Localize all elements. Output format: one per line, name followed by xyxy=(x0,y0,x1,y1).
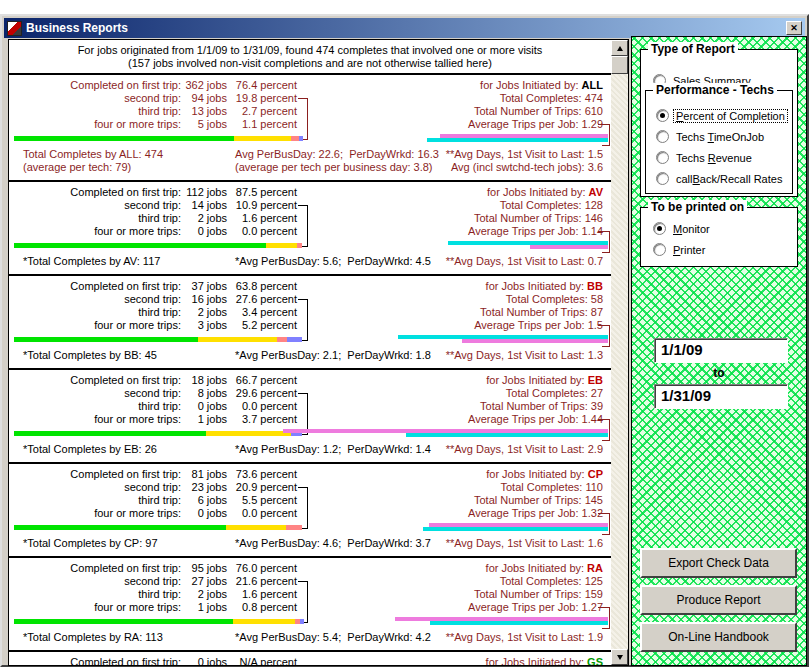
bar-first-trip xyxy=(14,525,226,530)
radio-techs-timeonjob[interactable]: Techs TimeOnJob xyxy=(656,130,766,143)
date-range-to-label: to xyxy=(632,366,806,380)
trip-row-percent: 10.9 percent xyxy=(227,199,297,212)
bar-third-trip xyxy=(297,243,302,248)
trip-row-label: Completed on first trip: xyxy=(9,562,181,575)
bar-second-trip xyxy=(198,337,277,342)
initiated-by-row: for Jobs Initiated by: ALL xyxy=(305,79,603,92)
arrow-down-icon xyxy=(617,655,623,663)
radio-percent-of-completion[interactable]: Percent of Completion xyxy=(656,109,787,122)
trip-row-jobs: 8 jobs xyxy=(181,387,227,400)
trip-row: second trip: 27 jobs 21.6 percent xyxy=(9,575,305,588)
summary-avg-per-tech-day: (average per tech per business day: 3.8) xyxy=(235,161,451,174)
tech-report-block: Completed on first trip: 18 jobs 66.7 pe… xyxy=(9,368,611,462)
bar-third-trip xyxy=(291,136,299,141)
scroll-down-button[interactable] xyxy=(611,649,628,665)
export-check-data-button[interactable]: Export Check Data xyxy=(640,548,797,578)
report-scrollbar[interactable] xyxy=(611,40,628,665)
produce-report-button[interactable]: Produce Report xyxy=(640,585,797,615)
date-to-field[interactable]: 1/31/09 xyxy=(654,384,788,409)
report-header-line2: (157 jobs involved non-visit completions… xyxy=(9,57,611,70)
group-title-printed-on: To be printed on xyxy=(648,200,747,214)
avg-bars xyxy=(427,134,608,142)
trip-row-percent: 3.7 percent xyxy=(227,413,297,426)
trip-row: Completed on first trip: 81 jobs 73.6 pe… xyxy=(9,468,305,481)
options-panel: Type of Report Sales Summary Performance… xyxy=(631,36,807,666)
total-trips-row: Total Number of Trips: 610 xyxy=(305,105,603,118)
avg-bars xyxy=(283,429,608,437)
bar-first-trip xyxy=(14,619,233,624)
trip-row-percent: 0.8 percent xyxy=(227,601,297,614)
performance-techs-group: Performance - Techs Percent of Completio… xyxy=(645,90,793,194)
trip-row-jobs: 112 jobs xyxy=(181,186,227,199)
trip-row-percent: 21.6 percent xyxy=(227,575,297,588)
summary-incl-switched: Avg (incl swtchd-tech jobs): 3.6 xyxy=(451,161,611,174)
completion-stacked-bar xyxy=(14,525,302,530)
tech-id: GS xyxy=(587,656,603,665)
block-summary: *Total Completes by RA: 113 *Avg PerBusD… xyxy=(9,631,611,644)
trip-row-jobs: 0 jobs xyxy=(181,656,227,665)
summary-avg-days: **Avg Days, 1st Visit to Last: 0.7 xyxy=(446,255,611,268)
trip-row-jobs: 14 jobs xyxy=(181,199,227,212)
trip-row-jobs: 37 jobs xyxy=(181,280,227,293)
radio-monitor[interactable]: Monitor xyxy=(653,222,712,235)
close-button[interactable]: ✕ xyxy=(786,21,802,35)
date-from-field[interactable]: 1/1/09 xyxy=(654,338,788,363)
tech-id: BB xyxy=(587,280,603,292)
arrow-up-icon xyxy=(617,43,623,51)
bar-four-plus-trips xyxy=(299,136,303,141)
summary-per-day: *Avg PerBusDay: 5.6; PerDayWrkd: 4.5 xyxy=(235,255,446,268)
report-header: For jobs originated from 1/1/09 to 1/31/… xyxy=(9,40,611,73)
completion-stacked-bar xyxy=(14,337,302,342)
radio-icon xyxy=(656,109,669,122)
trip-row-label: Completed on first trip: xyxy=(9,374,181,387)
trip-row: third trip: 2 jobs 1.6 percent xyxy=(9,212,305,225)
avg-trips-row: Average Trips per Job: 1.29 xyxy=(305,118,603,131)
total-trips-row: Total Number of Trips: 39 xyxy=(305,400,603,413)
trip-row-label: Completed on first trip: xyxy=(9,79,181,92)
tech-report-block: Completed on first trip: 37 jobs 63.8 pe… xyxy=(9,274,611,368)
trip-row-percent: 66.7 percent xyxy=(227,374,297,387)
summary-total-completes: *Total Completes by RA: 113 xyxy=(9,631,235,644)
trip-row-jobs: 1 jobs xyxy=(181,601,227,614)
block-summary: *Total Completes by CP: 97 *Avg PerBusDa… xyxy=(9,537,611,550)
trip-row: second trip: 16 jobs 27.6 percent xyxy=(9,293,305,306)
total-completes-row: Total Completes: 27 xyxy=(305,387,603,400)
trip-row-percent: 1.6 percent xyxy=(227,588,297,601)
trip-row: third trip: 2 jobs 3.4 percent xyxy=(9,306,305,319)
avg-bar-bottom xyxy=(406,433,608,437)
bar-first-trip xyxy=(14,431,206,436)
scroll-up-button[interactable] xyxy=(611,40,628,56)
scroll-thumb[interactable] xyxy=(611,56,628,74)
radio-icon xyxy=(653,243,666,256)
online-handbook-button[interactable]: On-Line Handbook xyxy=(640,622,797,652)
radio-callback-recall-rates[interactable]: callBack/Recall Rates xyxy=(656,172,784,185)
trip-row: four or more trips: 1 jobs 3.7 percent xyxy=(9,413,305,426)
total-completes-row: Total Completes: 128 xyxy=(305,199,603,212)
trips-days-bracket xyxy=(598,513,610,535)
bar-four-plus-trips xyxy=(300,619,304,624)
summary-avg-days: **Avg Days, 1st Visit to Last: 2.9 xyxy=(446,443,611,456)
title-bar[interactable]: Business Reports ✕ xyxy=(4,18,805,38)
initiated-by-row: for Jobs Initiated by: RA xyxy=(305,562,603,575)
summary-avg-days: **Avg Days, 1st Visit to Last: 1.9 xyxy=(446,631,611,644)
avg-bars xyxy=(423,523,608,531)
trip-row: third trip: 2 jobs 1.6 percent xyxy=(9,588,305,601)
trip-row-percent: 19.8 percent xyxy=(227,92,297,105)
summary-total-completes: *Total Completes by BB: 45 xyxy=(9,349,235,362)
trip-row-label: Completed on first trip: xyxy=(9,186,181,199)
trip-row: Completed on first trip: 18 jobs 66.7 pe… xyxy=(9,374,305,387)
trip-row-percent: 29.6 percent xyxy=(227,387,297,400)
bar-second-trip xyxy=(206,431,291,436)
tech-id: AV xyxy=(589,186,603,198)
trip-row-label: four or more trips: xyxy=(9,413,181,426)
summary-per-day: *Avg PerBusDay: 1.2; PerDayWrkd: 1.4 xyxy=(235,443,446,456)
tech-report-block: Completed on first trip: 112 jobs 87.5 p… xyxy=(9,180,611,274)
trip-row-jobs: 13 jobs xyxy=(181,105,227,118)
trip-row: third trip: 6 jobs 5.5 percent xyxy=(9,494,305,507)
tech-id: CP xyxy=(588,468,603,480)
trip-row-label: second trip: xyxy=(9,387,181,400)
trip-row-label: third trip: xyxy=(9,400,181,413)
radio-techs-revenue[interactable]: Techs Revenue xyxy=(656,151,754,164)
radio-printer[interactable]: Printer xyxy=(653,243,707,256)
trips-days-bracket xyxy=(598,419,610,441)
